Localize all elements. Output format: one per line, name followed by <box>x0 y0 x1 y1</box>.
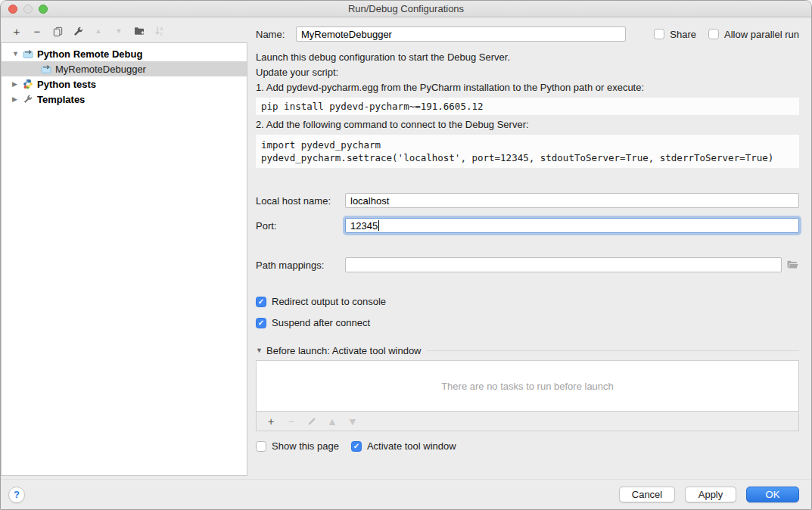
chevron-down-icon[interactable]: ▼ <box>12 50 22 58</box>
move-task-up-button: ▲ <box>326 415 338 428</box>
sort-configurations-icon: az <box>154 25 166 37</box>
before-launch-title: Before launch: Activate tool window <box>266 345 422 356</box>
settrace-code: import pydevd_pycharm pydevd_pycharm.set… <box>256 135 799 168</box>
allow-parallel-run-checkbox[interactable]: Allow parallel run <box>708 29 799 40</box>
checkbox-icon[interactable] <box>256 297 266 307</box>
tree-item-python-remote-debug[interactable]: ▼ Python Remote Debug <box>2 46 247 61</box>
apply-button[interactable]: Apply <box>685 487 736 502</box>
zoom-button[interactable] <box>39 5 48 14</box>
move-down-button: ▼ <box>113 25 125 37</box>
help-button[interactable]: ? <box>8 487 25 503</box>
before-launch-toolbar: + − ▲ ▼ <box>256 412 799 431</box>
remove-task-button: − <box>285 415 297 428</box>
before-launch-header[interactable]: ▼ Before launch: Activate tool window <box>256 344 799 356</box>
path-mappings-input[interactable] <box>345 257 782 272</box>
minimize-button <box>23 5 33 14</box>
checkbox-icon[interactable] <box>708 29 719 39</box>
suspend-after-connect-label: Suspend after connect <box>272 317 370 328</box>
svg-text:z: z <box>160 31 163 36</box>
dialog-footer: ? Cancel Apply OK <box>1 479 811 509</box>
tree-item-label: Templates <box>37 94 85 105</box>
checkbox-icon[interactable] <box>256 318 266 328</box>
redirect-output-checkbox[interactable]: Redirect output to console <box>256 296 799 307</box>
checkbox-icon[interactable] <box>351 441 362 452</box>
wrench-icon <box>22 94 33 105</box>
configuration-editor: Name: Share Allow parallel run Launch th… <box>247 17 811 479</box>
name-input[interactable] <box>296 26 626 42</box>
add-configuration-button[interactable]: + <box>11 25 23 37</box>
tree-item-label: Python tests <box>37 79 96 90</box>
run-config-icon <box>22 48 33 60</box>
new-folder-icon[interactable] <box>133 25 145 37</box>
svg-text:a: a <box>160 26 163 31</box>
run-config-icon <box>40 64 51 75</box>
description-line: Launch this debug configuration to start… <box>256 51 799 64</box>
chevron-right-icon[interactable]: ▶ <box>12 95 22 103</box>
code-line: import pydevd_pycharm <box>261 138 794 151</box>
description-step: 2. Add the following command to connect … <box>256 119 799 131</box>
cancel-button[interactable]: Cancel <box>619 487 675 502</box>
checkbox-icon[interactable] <box>256 441 266 452</box>
description-step: 1. Add pydevd-pycharm.egg from the PyCha… <box>256 82 799 94</box>
name-label: Name: <box>256 29 296 40</box>
before-launch-task-list: There are no tasks to run before launch <box>256 360 799 412</box>
checkbox-icon[interactable] <box>654 29 664 39</box>
tree-item-label: MyRemoteDebugger <box>55 64 146 75</box>
show-this-page-checkbox[interactable]: Show this page <box>256 440 339 452</box>
move-up-button: ▲ <box>92 25 104 37</box>
redirect-output-label: Redirect output to console <box>272 296 386 307</box>
tree-item-myremotedebugger[interactable]: MyRemoteDebugger <box>2 61 247 76</box>
copy-configuration-icon[interactable] <box>51 25 64 37</box>
tree-item-templates[interactable]: ▶ Templates <box>2 92 247 107</box>
pip-install-code: pip install pydevd-pycharm~=191.6605.12 <box>256 98 799 115</box>
share-label: Share <box>670 29 696 40</box>
show-this-page-label: Show this page <box>272 440 339 452</box>
path-mappings-label: Path mappings: <box>256 260 345 271</box>
browse-folder-icon[interactable] <box>786 259 799 271</box>
titlebar: Run/Debug Configurations <box>1 1 811 17</box>
remove-configuration-button[interactable]: − <box>31 25 43 37</box>
description-line: Update your script: <box>256 67 799 79</box>
code-line: pydevd_pycharm.settrace('localhost', por… <box>261 151 794 164</box>
add-task-button[interactable]: + <box>265 415 277 428</box>
port-value: 12345 <box>350 220 378 232</box>
tree-item-python-tests[interactable]: ▶ Python tests <box>2 76 247 92</box>
local-host-name-label: Local host name: <box>256 195 345 207</box>
activate-tool-window-label: Activate tool window <box>367 440 456 452</box>
local-host-name-input[interactable] <box>345 193 799 208</box>
header-divider <box>427 350 799 351</box>
ok-button[interactable]: OK <box>746 487 799 502</box>
port-label: Port: <box>256 220 345 232</box>
text-caret <box>378 220 379 231</box>
share-checkbox[interactable]: Share <box>654 29 696 40</box>
tree-item-label: Python Remote Debug <box>37 48 142 60</box>
configurations-toolbar: + − ▲ ▼ az <box>11 22 166 40</box>
run-debug-configurations-dialog: Run/Debug Configurations + − ▲ ▼ az <box>0 0 812 510</box>
python-tests-icon <box>22 79 33 90</box>
edit-templates-wrench-icon[interactable] <box>72 25 84 37</box>
activate-tool-window-checkbox[interactable]: Activate tool window <box>351 440 456 452</box>
window-title: Run/Debug Configurations <box>348 3 464 14</box>
configurations-tree: ▼ Python Remote Debug MyRemoteDebugger ▶ <box>1 42 247 476</box>
suspend-after-connect-checkbox[interactable]: Suspend after connect <box>256 317 799 328</box>
move-task-down-button: ▼ <box>347 415 359 428</box>
allow-parallel-run-label: Allow parallel run <box>724 29 799 40</box>
close-button[interactable] <box>8 5 17 14</box>
port-input[interactable]: 12345 <box>345 218 799 233</box>
collapse-icon[interactable]: ▼ <box>256 347 266 354</box>
chevron-right-icon[interactable]: ▶ <box>12 80 22 88</box>
edit-task-pencil-icon <box>306 415 318 428</box>
empty-tasks-message: There are no tasks to run before launch <box>441 381 614 392</box>
